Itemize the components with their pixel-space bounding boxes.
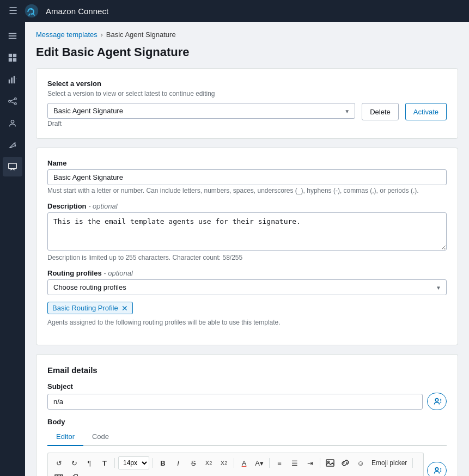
- toolbar-image[interactable]: [324, 456, 337, 469]
- name-field: Name Must start with a letter or number.…: [47, 159, 447, 194]
- svg-rect-3: [9, 35, 16, 36]
- body-field: Body Editor Code ↺ ↻ ¶ T 14px 12px: [47, 418, 447, 476]
- toolbar-indent[interactable]: ⇥: [303, 456, 316, 469]
- tab-code[interactable]: Code: [83, 428, 118, 446]
- routing-optional: - optional: [103, 269, 132, 277]
- page-title: Edit Basic Agent Signature: [36, 45, 458, 59]
- svg-line-16: [10, 99, 14, 101]
- sidebar-item-messages[interactable]: [3, 157, 22, 176]
- sidebar-item-users[interactable]: [3, 113, 22, 133]
- toolbar-text-style[interactable]: T: [98, 456, 111, 469]
- description-optional: - optional: [88, 202, 117, 210]
- toolbar-emoji[interactable]: ☺: [354, 456, 367, 469]
- details-panel: Name Must start with a letter or number.…: [36, 148, 458, 345]
- editor-toolbar: ↺ ↻ ¶ T 14px 12px 16px 18px B I: [47, 453, 424, 476]
- delete-button[interactable]: Delete: [362, 103, 399, 120]
- svg-point-0: [25, 4, 39, 18]
- body-persona-button[interactable]: [427, 462, 447, 477]
- app-title: Amazon Connect: [46, 7, 108, 16]
- svg-rect-6: [13, 54, 16, 57]
- routing-field: Routing profiles - optional Choose routi…: [47, 269, 447, 326]
- routing-label: Routing profiles - optional: [47, 269, 447, 277]
- toolbar-emoji-label[interactable]: Emoji picker: [369, 456, 409, 469]
- routing-tag: Basic Routing Profile ✕: [47, 302, 133, 314]
- email-details-panel: Email details Subject: [36, 354, 458, 476]
- subject-input[interactable]: [47, 394, 423, 410]
- toolbar-undo[interactable]: ↺: [52, 456, 65, 469]
- svg-rect-2: [9, 33, 16, 34]
- svg-rect-19: [9, 163, 16, 169]
- toolbar-link[interactable]: [339, 456, 352, 469]
- hamburger-icon[interactable]: ☰: [9, 5, 17, 17]
- description-hint: Description is limited up to 255 charact…: [47, 254, 447, 261]
- sidebar-item-tools[interactable]: [3, 135, 22, 155]
- svg-point-13: [9, 100, 11, 102]
- svg-point-25: [328, 461, 330, 463]
- svg-point-20: [435, 399, 438, 401]
- toolbar-italic[interactable]: I: [172, 456, 185, 469]
- svg-line-17: [10, 102, 14, 103]
- subject-label: Subject: [47, 382, 447, 390]
- svg-rect-10: [11, 77, 13, 83]
- sidebar-item-routing[interactable]: [3, 91, 22, 111]
- breadcrumb-link[interactable]: Message templates: [36, 30, 98, 39]
- toolbar-align[interactable]: ≡: [273, 456, 286, 469]
- version-select[interactable]: Basic Agent Signature: [47, 103, 355, 119]
- toolbar-list[interactable]: ☰: [288, 456, 301, 469]
- toolbar-divider-6: [412, 458, 413, 468]
- version-row: Basic Agent Signature Draft Delete Activ…: [47, 103, 447, 127]
- name-input[interactable]: [47, 169, 447, 185]
- toolbar-font-color[interactable]: A: [237, 456, 251, 469]
- toolbar-redo[interactable]: ↻: [68, 456, 81, 469]
- breadcrumb: Message templates › Basic Agent Signatur…: [36, 30, 458, 39]
- toolbar-subscript[interactable]: X2: [217, 456, 230, 469]
- toolbar-attachment[interactable]: [68, 472, 81, 476]
- sidebar-item-menu[interactable]: [3, 26, 22, 46]
- version-sublabel: Select a version to view or select lates…: [47, 90, 447, 97]
- toolbar-strikethrough[interactable]: S: [187, 456, 200, 469]
- svg-rect-11: [14, 76, 15, 84]
- version-select-wrapper: Basic Agent Signature: [47, 103, 355, 119]
- toolbar-superscript[interactable]: X2: [202, 456, 215, 469]
- sidebar-item-analytics[interactable]: [3, 70, 22, 89]
- routing-agents-note: Agents assigned to the following routing…: [47, 319, 447, 326]
- toolbar-divider-3: [234, 458, 234, 468]
- logo-icon: [24, 3, 39, 19]
- routing-tag-label: Basic Routing Profile: [52, 304, 118, 312]
- svg-rect-8: [13, 58, 16, 62]
- svg-rect-7: [9, 58, 12, 62]
- routing-select[interactable]: Choose routing profiles: [47, 279, 447, 295]
- breadcrumb-current: Basic Agent Signature: [106, 30, 176, 39]
- subject-persona-button[interactable]: [427, 393, 447, 410]
- routing-tag-remove[interactable]: ✕: [121, 304, 128, 312]
- toolbar-row: ↺ ↻ ¶ T 14px 12px 16px 18px B I: [47, 453, 447, 476]
- toolbar-bold[interactable]: B: [156, 456, 169, 469]
- tab-editor[interactable]: Editor: [47, 428, 83, 446]
- email-details-label: Email details: [47, 365, 447, 375]
- activate-button[interactable]: Activate: [405, 103, 447, 120]
- top-nav: ☰ Amazon Connect: [0, 0, 469, 22]
- version-dropdown-wrap: Basic Agent Signature Draft: [47, 103, 355, 127]
- subject-row: [47, 393, 447, 410]
- version-subtext: Draft: [47, 120, 355, 127]
- sidebar-item-dashboard[interactable]: [3, 48, 22, 68]
- svg-point-15: [15, 103, 17, 105]
- toolbar-paragraph[interactable]: ¶: [83, 456, 96, 469]
- routing-select-wrapper: Choose routing profiles: [47, 279, 447, 295]
- description-field: Description - optional This is the email…: [47, 202, 447, 261]
- toolbar-highlight[interactable]: A▾: [253, 456, 266, 469]
- name-label: Name: [47, 159, 447, 167]
- version-panel: Select a version Select a version to vie…: [36, 68, 458, 139]
- subject-field: Subject: [47, 382, 447, 410]
- body-label: Body: [47, 418, 447, 426]
- toolbar-divider-2: [153, 458, 153, 468]
- description-label: Description - optional: [47, 202, 447, 210]
- svg-rect-5: [9, 54, 12, 57]
- version-label: Select a version: [47, 80, 447, 88]
- font-size-select[interactable]: 14px 12px 16px 18px: [118, 456, 149, 469]
- description-input[interactable]: This is the email template agents use fo…: [47, 212, 447, 251]
- toolbar-divider-4: [269, 458, 270, 468]
- toolbar-table[interactable]: [52, 472, 65, 476]
- svg-rect-9: [9, 80, 10, 83]
- toolbar-divider-1: [114, 458, 115, 468]
